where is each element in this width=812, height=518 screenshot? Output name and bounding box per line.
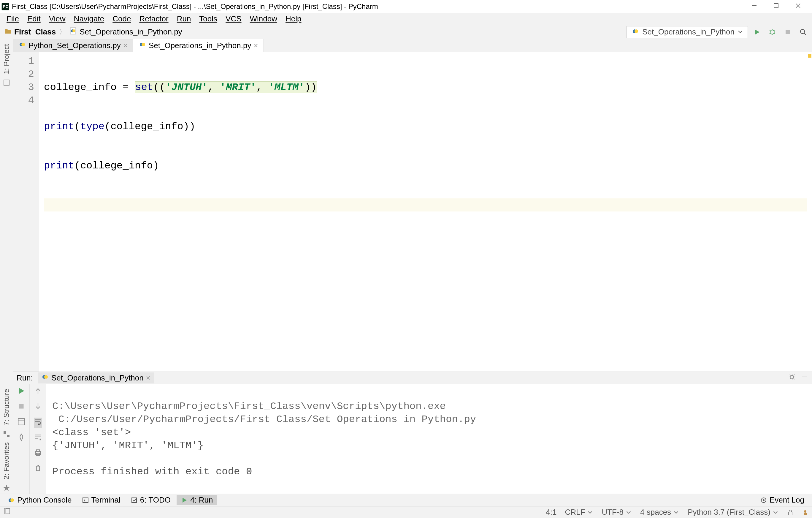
breadcrumb: First_Class 〉 Set_Operations_in_Python.p… — [2, 26, 184, 37]
bottom-tab-terminal[interactable]: Terminal — [78, 495, 125, 505]
python-file-icon — [139, 41, 146, 51]
python-file-icon — [19, 41, 26, 51]
warning-stripe-icon[interactable] — [808, 54, 811, 58]
stop-button[interactable] — [781, 26, 794, 38]
svg-point-20 — [801, 29, 805, 33]
bottom-tab-python-console[interactable]: Python Console — [4, 495, 76, 505]
arrow-up-icon[interactable] — [34, 387, 42, 397]
editor-tab-1[interactable]: Set_Operations_in_Python.py × — [133, 39, 264, 52]
svg-point-11 — [635, 29, 638, 33]
menu-file[interactable]: File — [2, 13, 23, 25]
soft-wrap-icon[interactable] — [34, 418, 42, 428]
menu-window[interactable]: Window — [246, 13, 281, 25]
chevron-right-icon: 〉 — [59, 27, 66, 37]
svg-line-21 — [804, 33, 806, 35]
bottom-tab-todo[interactable]: 6: TODO — [126, 495, 175, 505]
run-side-secondary — [30, 384, 46, 494]
svg-rect-22 — [4, 80, 9, 85]
title-bar: PC First_Class [C:\Users\User\PycharmPro… — [0, 0, 812, 13]
bottom-tab-run[interactable]: 4: Run — [177, 495, 217, 505]
menu-code[interactable]: Code — [108, 13, 135, 25]
menu-navigate[interactable]: Navigate — [70, 13, 109, 25]
svg-text:PC: PC — [3, 4, 8, 9]
status-bar: 4:1 CRLF UTF-8 4 spaces Python 3.7 (Firs… — [0, 506, 812, 518]
breadcrumb-project[interactable]: First_Class — [2, 26, 58, 37]
editor-tabs: Python_Set_Operations.py × Set_Operation… — [13, 39, 812, 52]
svg-point-48 — [10, 498, 14, 502]
toolbar-row: First_Class 〉 Set_Operations_in_Python.p… — [0, 25, 812, 39]
breadcrumb-file[interactable]: Set_Operations_in_Python.py — [68, 26, 184, 37]
indent-settings[interactable]: 4 spaces — [640, 508, 679, 517]
close-icon[interactable]: × — [146, 373, 150, 383]
editor-tab-0[interactable]: Python_Set_Operations.py × — [13, 39, 133, 52]
close-icon[interactable]: × — [123, 41, 127, 50]
menu-refactor[interactable]: Refactor — [135, 13, 172, 25]
print-icon[interactable] — [34, 448, 42, 459]
search-everywhere-button[interactable] — [796, 26, 810, 38]
line-number: 2 — [13, 68, 34, 81]
svg-line-37 — [793, 378, 794, 379]
run-panel-tab[interactable]: Set_Operations_in_Python × — [38, 373, 154, 383]
layout-icon[interactable] — [17, 418, 26, 428]
side-tab-favorites[interactable]: 2: Favorites — [1, 440, 12, 482]
arrow-down-icon[interactable] — [34, 402, 42, 412]
line-number: 3 — [13, 81, 34, 94]
encoding[interactable]: UTF-8 — [602, 508, 632, 517]
debug-button[interactable] — [766, 26, 779, 38]
run-panel: Run: Set_Operations_in_Python × — [13, 372, 812, 494]
pin-icon[interactable] — [17, 433, 26, 443]
menu-run[interactable]: Run — [173, 13, 195, 25]
minimize-panel-icon[interactable] — [801, 373, 808, 383]
run-config-dropdown[interactable]: Set_Operations_in_Python — [627, 26, 748, 38]
line-separator[interactable]: CRLF — [565, 508, 593, 517]
svg-rect-24 — [7, 435, 9, 437]
svg-rect-50 — [132, 498, 137, 502]
menu-view[interactable]: View — [45, 13, 70, 25]
side-tab-project[interactable]: 1: Project — [1, 42, 12, 76]
svg-point-12 — [770, 30, 774, 34]
trash-icon[interactable] — [34, 464, 42, 474]
svg-point-28 — [142, 43, 145, 46]
bottom-tab-bar: Python Console Terminal 6: TODO 4: Run E… — [0, 494, 812, 506]
scroll-to-end-icon[interactable] — [34, 433, 42, 443]
main-area: 1: Project 7: Structure 2: Favorites Pyt… — [0, 39, 812, 494]
menu-help[interactable]: Help — [281, 13, 306, 25]
menu-bar: File Edit View Navigate Code Refactor Ru… — [0, 13, 812, 25]
line-number: 4 — [13, 94, 34, 107]
run-side-primary — [13, 384, 30, 494]
svg-rect-55 — [788, 512, 792, 515]
line-number: 1 — [13, 55, 34, 68]
gear-icon[interactable] — [788, 373, 796, 383]
rerun-icon[interactable] — [17, 387, 26, 397]
star-icon — [3, 484, 10, 494]
menu-vcs[interactable]: VCS — [222, 13, 245, 25]
svg-rect-42 — [18, 418, 25, 425]
project-icon — [3, 79, 10, 88]
hector-icon[interactable] — [802, 509, 808, 516]
svg-rect-4 — [774, 4, 778, 8]
run-panel-body: C:\Users\User\PycharmProjects\First_Clas… — [13, 384, 812, 494]
minimize-button[interactable] — [749, 1, 760, 12]
run-button[interactable] — [750, 26, 763, 38]
code-area[interactable]: college_info = set(('JNTUH', 'MRIT', 'ML… — [39, 52, 812, 372]
code-line-1: college_info = set(('JNTUH', 'MRIT', 'ML… — [44, 81, 807, 94]
svg-point-52 — [763, 499, 764, 501]
caret-position[interactable]: 4:1 — [546, 508, 556, 517]
editor-tab-1-label: Set_Operations_in_Python.py — [149, 41, 251, 50]
maximize-button[interactable] — [771, 1, 782, 12]
svg-point-56 — [804, 510, 806, 513]
close-button[interactable] — [792, 1, 804, 12]
menu-edit[interactable]: Edit — [23, 13, 45, 25]
bottom-tab-event-log[interactable]: Event Log — [756, 495, 808, 505]
folder-icon — [4, 27, 12, 37]
editor[interactable]: 1 2 3 4 college_info = set(('JNTUH', 'MR… — [13, 52, 812, 372]
tool-window-quick-access-icon[interactable] — [4, 508, 11, 517]
stop-icon[interactable] — [17, 402, 26, 412]
side-tab-structure[interactable]: 7: Structure — [1, 386, 12, 428]
lock-icon[interactable] — [787, 509, 793, 516]
run-output[interactable]: C:\Users\User\PycharmProjects\First_Clas… — [46, 384, 812, 494]
code-line-3: print(college_info) — [44, 159, 807, 172]
interpreter[interactable]: Python 3.7 (First_Class) — [688, 508, 779, 517]
menu-tools[interactable]: Tools — [195, 13, 222, 25]
close-icon[interactable]: × — [254, 41, 258, 50]
